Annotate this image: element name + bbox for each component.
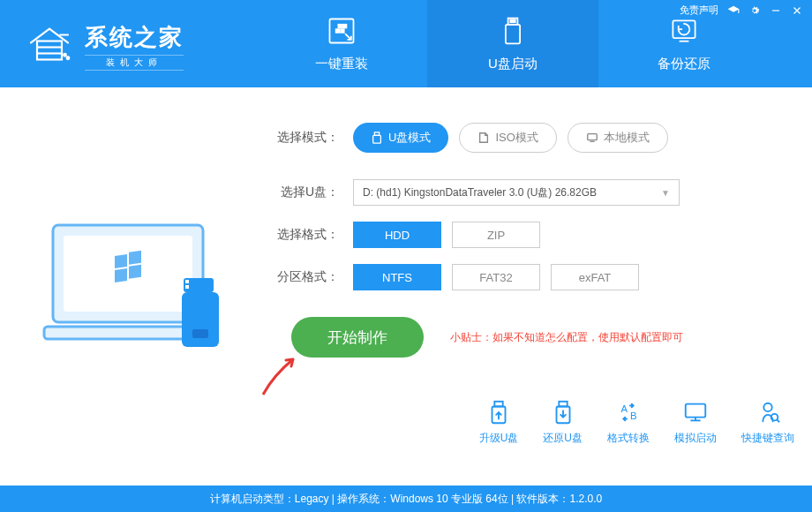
tab-label: U盘启动 <box>488 56 538 72</box>
partition-exfat-button[interactable]: exFAT <box>551 264 639 290</box>
format-zip-button[interactable]: ZIP <box>452 222 540 248</box>
svg-rect-11 <box>336 29 340 33</box>
tool-restore-usb[interactable]: 还原U盘 <box>543 399 583 446</box>
svg-rect-9 <box>338 25 342 28</box>
svg-line-46 <box>777 419 779 422</box>
content-area: 选择模式： U盘模式 ISO模式 本地模式 选择U盘： D: (hd1) Kin… <box>0 87 812 486</box>
tool-label: 格式转换 <box>607 431 650 446</box>
house-logo-icon <box>25 19 74 72</box>
svg-rect-3 <box>37 41 62 60</box>
logo-title: 系统之家 <box>85 22 184 53</box>
statusbar-text: 计算机启动类型：Legacy | 操作系统：Windows 10 专业版 64位… <box>210 492 602 507</box>
usb-select[interactable]: D: (hd1) KingstonDataTraveler 3.0 (U盘) 2… <box>353 179 680 206</box>
tool-label: 模拟启动 <box>674 431 717 446</box>
svg-text:B: B <box>630 410 637 421</box>
svg-rect-27 <box>185 280 189 283</box>
tool-label: 还原U盘 <box>543 431 583 446</box>
format-label: 选择格式： <box>265 227 339 243</box>
close-icon[interactable] <box>791 4 803 17</box>
tool-simulate-boot[interactable]: 模拟启动 <box>674 399 717 446</box>
usb-select-label: 选择U盘： <box>265 184 339 200</box>
svg-rect-10 <box>343 25 347 28</box>
usb-icon <box>497 15 529 50</box>
tab-label: 备份还原 <box>658 56 710 72</box>
illustration <box>0 87 265 486</box>
svg-rect-25 <box>129 264 141 278</box>
statusbar: 计算机启动类型：Legacy | 操作系统：Windows 10 专业版 64位… <box>0 486 812 512</box>
app-header: 免责声明 系统之家 装机大师 一键重装 U盘启动 备份还原 <box>0 0 812 87</box>
mode-label-text: ISO模式 <box>495 130 538 146</box>
minimize-icon[interactable] <box>770 4 782 17</box>
tool-hotkey-query[interactable]: 快捷键查询 <box>741 399 794 446</box>
svg-rect-30 <box>192 329 208 338</box>
svg-rect-20 <box>64 236 192 312</box>
svg-rect-33 <box>588 134 598 140</box>
svg-rect-22 <box>115 254 127 268</box>
settings-panel: 选择模式： U盘模式 ISO模式 本地模式 选择U盘： D: (hd1) Kin… <box>265 87 812 486</box>
svg-rect-28 <box>185 285 189 289</box>
tip-text: 小贴士：如果不知道怎么配置，使用默认配置即可 <box>450 330 683 345</box>
reinstall-icon <box>326 15 357 50</box>
svg-rect-15 <box>514 19 515 22</box>
svg-rect-23 <box>129 250 141 264</box>
svg-rect-41 <box>686 404 706 418</box>
tool-label: 快捷键查询 <box>741 431 794 446</box>
chevron-down-icon: ▼ <box>661 188 670 198</box>
mode-label-text: U盘模式 <box>388 130 431 146</box>
svg-text:A: A <box>621 403 628 414</box>
svg-point-6 <box>64 54 66 56</box>
partition-fat32-button[interactable]: FAT32 <box>452 264 540 290</box>
svg-rect-32 <box>373 135 381 143</box>
main-tabs: 一键重装 U盘启动 备份还原 <box>256 0 770 87</box>
mode-iso-button[interactable]: ISO模式 <box>459 123 556 153</box>
tool-label: 升级U盘 <box>479 431 519 446</box>
logo-subtitle: 装机大师 <box>85 55 184 71</box>
mode-label-text: 本地模式 <box>604 130 650 146</box>
svg-rect-24 <box>115 268 127 282</box>
logo: 系统之家 装机大师 <box>25 19 184 72</box>
usb-select-value: D: (hd1) KingstonDataTraveler 3.0 (U盘) 2… <box>363 185 597 200</box>
tab-usb-boot[interactable]: U盘启动 <box>427 0 598 87</box>
mode-usb-button[interactable]: U盘模式 <box>353 123 448 153</box>
bottom-toolbar: 升级U盘 还原U盘 AB 格式转换 模拟启动 快捷键查询 <box>479 399 794 446</box>
tab-reinstall[interactable]: 一键重装 <box>256 0 427 87</box>
partition-label: 分区格式： <box>265 269 339 285</box>
svg-rect-14 <box>510 19 512 22</box>
tab-backup[interactable]: 备份还原 <box>598 0 770 87</box>
backup-icon <box>668 15 700 50</box>
mode-label: 选择模式： <box>265 130 339 146</box>
tool-upgrade-usb[interactable]: 升级U盘 <box>479 399 519 446</box>
svg-point-44 <box>763 403 771 411</box>
svg-rect-12 <box>341 29 344 33</box>
svg-rect-16 <box>506 25 520 44</box>
svg-point-7 <box>67 56 70 59</box>
format-hdd-button[interactable]: HDD <box>353 222 441 248</box>
tab-label: 一键重装 <box>315 56 368 72</box>
tool-format-convert[interactable]: AB 格式转换 <box>607 399 650 446</box>
start-button[interactable]: 开始制作 <box>291 317 424 358</box>
partition-ntfs-button[interactable]: NTFS <box>353 264 441 290</box>
svg-rect-29 <box>182 292 219 347</box>
mode-local-button[interactable]: 本地模式 <box>568 123 668 153</box>
